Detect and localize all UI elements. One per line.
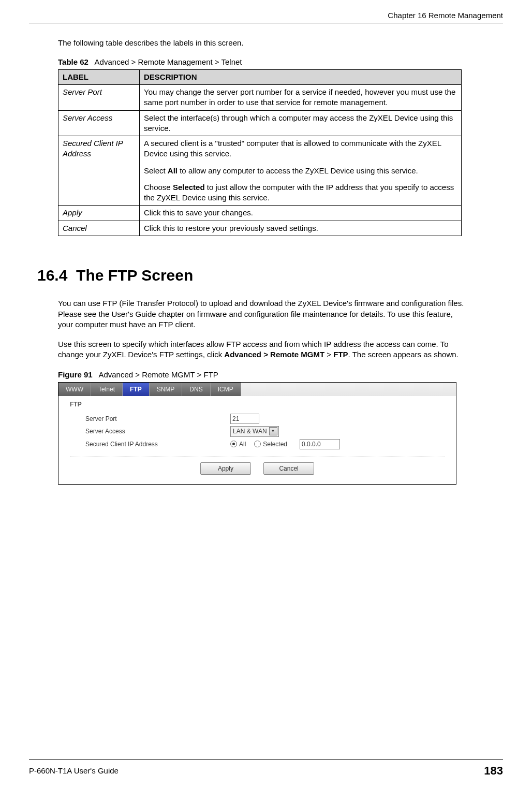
page-number: 183 <box>484 763 503 779</box>
figure-title: Advanced > Remote MGMT > FTP <box>98 370 218 379</box>
table-row: Server Access Select the interface(s) th… <box>58 110 462 136</box>
description-table: LABEL DESCRIPTION Server Port You may ch… <box>58 69 462 236</box>
desc-p1: A secured client is a "trusted" computer… <box>144 138 457 159</box>
row-desc: You may change the server port number fo… <box>140 85 462 111</box>
radio-all-group[interactable]: All <box>230 440 246 448</box>
radio-selected-group[interactable]: Selected <box>254 440 287 448</box>
ip-input[interactable]: 0.0.0.0 <box>300 439 340 449</box>
section-number: 16.4 <box>37 267 67 284</box>
row-desc: Click this to restore your previously sa… <box>140 221 462 236</box>
table-title: Advanced > Remote Management > Telnet <box>95 57 242 66</box>
figure-caption: Figure 91 Advanced > Remote MGMT > FTP <box>58 370 503 380</box>
row-server-port: Server Port 21 <box>85 414 445 424</box>
secured-client-label: Secured Client IP Address <box>85 440 230 448</box>
chevron-down-icon: ▼ <box>269 427 277 435</box>
tab-telnet[interactable]: Telnet <box>91 383 123 396</box>
row-desc: Click this to save your changes. <box>140 206 462 221</box>
table-row: Cancel Click this to restore your previo… <box>58 221 462 236</box>
row-label: Server Port <box>58 85 140 111</box>
figure-screenshot: WWW Telnet FTP SNMP DNS ICMP FTP Server … <box>58 382 456 485</box>
cancel-button[interactable]: Cancel <box>263 462 314 475</box>
button-row: Apply Cancel <box>70 457 445 475</box>
paragraph: You can use FTP (File Transfer Protocol)… <box>58 298 467 330</box>
server-port-label: Server Port <box>85 415 230 423</box>
row-desc: A secured client is a "trusted" computer… <box>140 136 462 206</box>
th-label: LABEL <box>58 69 140 84</box>
apply-button[interactable]: Apply <box>200 462 251 475</box>
radio-selected[interactable] <box>254 441 261 447</box>
tab-www[interactable]: WWW <box>58 383 91 396</box>
page-content: The following table describes the labels… <box>29 38 503 485</box>
tab-bar: WWW Telnet FTP SNMP DNS ICMP <box>58 383 456 396</box>
table-label: Table 62 <box>58 57 88 66</box>
row-label: Server Access <box>58 110 140 136</box>
chapter-title: Chapter 16 Remote Management <box>388 11 503 20</box>
table-row: Server Port You may change the server po… <box>58 85 462 111</box>
section-title: The FTP Screen <box>76 267 193 284</box>
desc-p2: Select All to allow any computer to acce… <box>144 166 457 176</box>
desc-p3: Choose Selected to just allow the comput… <box>144 182 457 203</box>
tab-ftp[interactable]: FTP <box>123 383 150 396</box>
row-desc: Select the interface(s) through which a … <box>140 110 462 136</box>
table-caption: Table 62 Advanced > Remote Management > … <box>58 57 503 67</box>
row-secured-client: Secured Client IP Address All Selected 0… <box>85 439 445 449</box>
table-header-row: LABEL DESCRIPTION <box>58 69 462 84</box>
table-row: Secured Client IP Address A secured clie… <box>58 136 462 206</box>
tab-icmp[interactable]: ICMP <box>211 383 241 396</box>
tab-dns[interactable]: DNS <box>182 383 210 396</box>
server-access-label: Server Access <box>85 427 230 435</box>
table-row: Apply Click this to save your changes. <box>58 206 462 221</box>
figure-label: Figure 91 <box>58 370 93 379</box>
th-desc: DESCRIPTION <box>140 69 462 84</box>
intro-text: The following table describes the labels… <box>58 38 503 48</box>
radio-all[interactable] <box>230 441 237 447</box>
server-port-input[interactable]: 21 <box>230 414 259 424</box>
page-footer: P-660N-T1A User's Guide 183 <box>29 759 503 779</box>
server-access-value: LAN & WAN <box>233 427 267 435</box>
row-server-access: Server Access LAN & WAN ▼ <box>85 426 445 436</box>
radio-selected-label: Selected <box>263 440 287 448</box>
footer-guide: P-660N-T1A User's Guide <box>29 766 119 776</box>
page-header: Chapter 16 Remote Management <box>29 10 503 23</box>
panel-title: FTP <box>70 400 445 408</box>
section-heading: 16.4 The FTP Screen <box>37 265 503 286</box>
tab-snmp[interactable]: SNMP <box>150 383 183 396</box>
radio-all-label: All <box>239 440 246 448</box>
ftp-panel: FTP Server Port 21 Server Access LAN & W… <box>58 396 456 484</box>
row-label: Cancel <box>58 221 140 236</box>
paragraph: Use this screen to specify which interfa… <box>58 339 467 360</box>
row-label: Apply <box>58 206 140 221</box>
row-label: Secured Client IP Address <box>58 136 140 206</box>
server-access-select[interactable]: LAN & WAN ▼ <box>230 426 279 436</box>
